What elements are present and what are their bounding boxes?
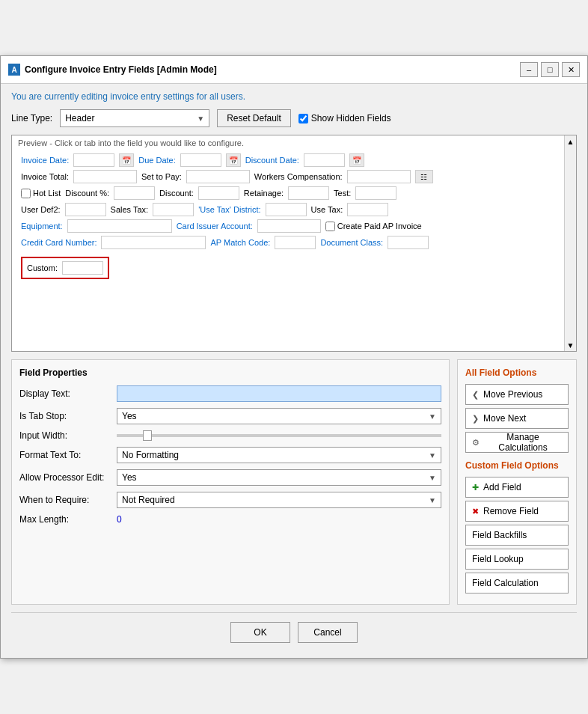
add-field-button[interactable]: ✚ Add Field xyxy=(465,477,569,498)
window-controls: – □ ✕ xyxy=(520,62,580,77)
close-button[interactable]: ✕ xyxy=(562,62,580,77)
manage-calc-icon: ⚙ xyxy=(472,438,480,448)
discount-pct-label: Discount %: xyxy=(65,189,109,198)
discount-pct-input[interactable] xyxy=(114,186,155,200)
field-props-title: Field Properties xyxy=(19,367,441,378)
card-issuer-label[interactable]: Card Issuer Account: xyxy=(177,222,253,231)
minimize-button[interactable]: – xyxy=(520,62,538,77)
custom-input[interactable] xyxy=(62,261,103,275)
cancel-button[interactable]: Cancel xyxy=(298,622,358,643)
due-date-calendar-icon[interactable]: 📅 xyxy=(226,153,241,167)
retainage-input[interactable] xyxy=(288,186,329,200)
discount-date-calendar-icon[interactable]: 📅 xyxy=(349,153,364,167)
create-paid-checkbox[interactable] xyxy=(325,222,335,231)
retainage-label: Retainage: xyxy=(244,189,284,198)
display-text-input[interactable]: Custom xyxy=(117,385,441,402)
create-paid-checkbox-label[interactable]: Create Paid AP Invoice xyxy=(325,222,422,231)
doc-class-input[interactable] xyxy=(388,236,429,249)
reset-default-button[interactable]: Reset Default xyxy=(217,109,291,127)
remove-field-button[interactable]: ✖ Remove Field xyxy=(465,501,569,522)
equipment-label[interactable]: Equipment: xyxy=(21,222,63,231)
when-require-label: When to Require: xyxy=(19,495,117,505)
credit-card-label[interactable]: Credit Card Number: xyxy=(21,238,97,247)
input-width-slider-wrapper[interactable] xyxy=(117,434,441,437)
preview-container: Preview - Click or tab into the field yo… xyxy=(11,135,577,352)
field-backfills-button[interactable]: Field Backfills xyxy=(465,525,569,546)
is-tab-stop-select[interactable]: Yes ▼ xyxy=(117,408,441,424)
test-label: Test: xyxy=(334,189,351,198)
discount-date-label[interactable]: Discount Date: xyxy=(245,156,299,165)
toolbar-row: Line Type: Header ▼ Reset Default Show H… xyxy=(11,109,577,127)
move-next-button[interactable]: ❯ Move Next xyxy=(465,408,569,429)
line-type-combo[interactable]: Header ▼ xyxy=(60,109,209,127)
bottom-section: Field Properties Display Text: Custom Is… xyxy=(11,359,577,605)
field-lookup-button[interactable]: Field Lookup xyxy=(465,549,569,570)
title-bar: A Configure Invoice Entry Fields [Admin … xyxy=(1,56,587,84)
invoice-date-calendar-icon[interactable]: 📅 xyxy=(119,153,134,167)
workers-comp-input[interactable] xyxy=(347,170,411,183)
invoice-total-input[interactable] xyxy=(73,170,137,183)
ap-match-input[interactable] xyxy=(275,236,316,249)
hot-list-checkbox-label[interactable]: Hot List xyxy=(21,189,61,198)
hot-list-checkbox[interactable] xyxy=(21,189,31,198)
sales-tax-input[interactable] xyxy=(153,203,194,216)
allow-processor-select[interactable]: Yes ▼ xyxy=(117,469,441,486)
combo-arrow-icon: ▼ xyxy=(197,115,204,123)
format-text-value: No Formatting xyxy=(122,450,179,460)
discount-date-input[interactable] xyxy=(304,153,345,167)
ok-button[interactable]: OK xyxy=(230,622,290,643)
custom-field-highlight[interactable]: Custom: xyxy=(21,257,109,279)
use-tax-input[interactable] xyxy=(347,203,388,216)
remove-field-icon: ✖ xyxy=(472,507,479,516)
show-hidden-checkbox[interactable] xyxy=(298,114,308,123)
all-field-options-title: All Field Options xyxy=(465,367,569,378)
allow-processor-value: Yes xyxy=(122,472,137,483)
workers-comp-multi-button[interactable]: ☷ xyxy=(415,170,433,183)
input-width-slider[interactable] xyxy=(117,434,441,437)
invoice-date-label[interactable]: Invoice Date: xyxy=(21,156,69,165)
invoice-date-input[interactable] xyxy=(73,153,114,167)
field-calculation-button[interactable]: Field Calculation xyxy=(465,573,569,594)
discount-input[interactable] xyxy=(198,186,239,200)
format-text-arrow-icon: ▼ xyxy=(429,451,436,460)
preview-label: Preview - Click or tab into the field yo… xyxy=(15,138,573,147)
footer: OK Cancel xyxy=(11,612,577,650)
due-date-input[interactable] xyxy=(180,153,221,167)
format-text-select[interactable]: No Formatting ▼ xyxy=(117,447,441,463)
app-icon: A xyxy=(8,64,20,76)
custom-field-options-title: Custom Field Options xyxy=(465,460,569,471)
slider-thumb[interactable] xyxy=(143,430,152,441)
ap-match-label[interactable]: AP Match Code: xyxy=(210,238,270,247)
doc-class-label[interactable]: Document Class: xyxy=(320,238,383,247)
preview-scroll[interactable]: Invoice Date: 📅 Due Date: 📅 Discount Dat… xyxy=(15,150,573,345)
invoice-row-1: Invoice Date: 📅 Due Date: 📅 Discount Dat… xyxy=(21,153,567,167)
invoice-row-7: Custom: xyxy=(21,252,567,279)
format-text-row: Format Text To: No Formatting ▼ xyxy=(19,447,441,463)
card-issuer-input[interactable] xyxy=(257,219,321,233)
use-tax-district-label[interactable]: 'Use Tax' District: xyxy=(198,205,260,214)
display-text-row: Display Text: Custom xyxy=(19,385,441,402)
workers-comp-label: Workers Compensation: xyxy=(254,172,343,181)
manage-calculations-button[interactable]: ⚙ Manage Calculations xyxy=(465,432,569,453)
test-input[interactable] xyxy=(355,186,396,200)
scroll-down-arrow[interactable]: ▼ xyxy=(565,339,576,351)
custom-label: Custom: xyxy=(27,263,58,272)
equipment-input[interactable] xyxy=(67,219,172,233)
credit-card-input[interactable] xyxy=(101,236,206,249)
scroll-up-arrow[interactable]: ▲ xyxy=(565,135,576,147)
hot-list-text: Hot List xyxy=(33,189,61,198)
due-date-label[interactable]: Due Date: xyxy=(138,156,176,165)
set-to-pay-label: Set to Pay: xyxy=(141,172,182,181)
preview-scrollbar[interactable]: ▲ ▼ xyxy=(564,135,576,351)
line-type-value: Header xyxy=(65,113,94,123)
window-title: Configure Invoice Entry Fields [Admin Mo… xyxy=(25,64,217,75)
show-hidden-label[interactable]: Show Hidden Fields xyxy=(298,113,391,123)
user-def2-input[interactable] xyxy=(65,203,106,216)
is-tab-stop-label: Is Tab Stop: xyxy=(19,411,117,421)
move-previous-button[interactable]: ❮ Move Previous xyxy=(465,384,569,405)
invoice-row-3: Hot List Discount %: Discount: Retainage… xyxy=(21,186,567,200)
set-to-pay-input[interactable] xyxy=(186,170,250,183)
when-require-select[interactable]: Not Required ▼ xyxy=(117,492,441,508)
maximize-button[interactable]: □ xyxy=(541,62,559,77)
use-tax-district-input[interactable] xyxy=(266,203,307,216)
